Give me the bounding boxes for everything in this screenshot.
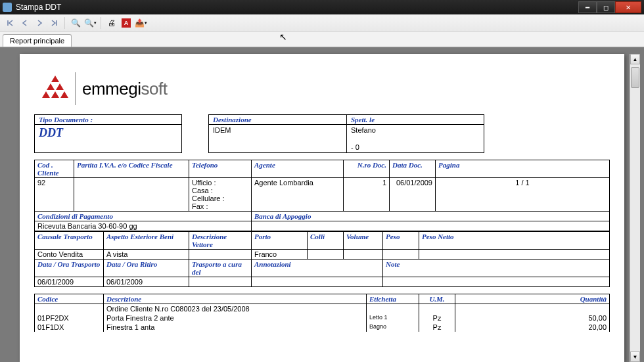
telefono-lines: Ufficio : Casa : Cellulare : Fax : xyxy=(189,178,252,212)
table-row: Ordine Cliente N.ro C080023 del 23/05/20… xyxy=(35,304,610,314)
info-table: Cod . Cliente Partita I.V.A. e/o Codice … xyxy=(34,160,610,231)
nav-last-button[interactable] xyxy=(47,16,60,30)
table-row: 01PF2DX Porta Finestra 2 ante Letto 1 Pz… xyxy=(35,313,610,323)
app-icon xyxy=(3,3,12,12)
items-table: Codice Descrizione Etichetta U.M. Quanti… xyxy=(34,294,610,332)
window-title: Stampa DDT xyxy=(16,3,578,12)
tab-strip: Report principale xyxy=(0,32,644,47)
destinazione-value: IDEM xyxy=(209,125,346,152)
find-button[interactable]: 🔍 xyxy=(69,16,82,30)
tipo-documento-label: Tipo Documento : xyxy=(35,115,181,125)
shipping-table: Causale Trasporto Aspetto Esteriore Beni… xyxy=(34,231,610,287)
print-button[interactable]: 🖨 xyxy=(105,16,118,30)
scroll-down-button[interactable]: ▼ xyxy=(630,351,640,362)
vertical-scrollbar[interactable]: ▲ ▼ xyxy=(630,54,640,362)
nav-next-button[interactable] xyxy=(33,16,46,30)
spett-label: Spett. le xyxy=(347,115,484,125)
titlebar: Stampa DDT ━ ◻ ✕ xyxy=(0,0,644,14)
maximize-button[interactable]: ◻ xyxy=(597,1,615,13)
scroll-up-button[interactable]: ▲ xyxy=(630,54,640,64)
close-button[interactable]: ✕ xyxy=(615,1,641,13)
tipo-documento-value: DDT xyxy=(35,125,181,152)
table-row: 01F1DX Finestra 1 anta Bagno Pz 20,00 xyxy=(35,323,610,332)
report-viewer: emmegisoft Tipo Documento : DDT Destinaz… xyxy=(0,47,644,362)
logo-triangle-icon xyxy=(42,76,68,102)
destinazione-label: Destinazione xyxy=(209,115,346,125)
export-button[interactable]: 📤▾ xyxy=(134,16,147,30)
export-pdf-button[interactable]: A xyxy=(120,16,133,30)
scroll-thumb[interactable] xyxy=(631,67,639,88)
spett-value: Stefano - 0 xyxy=(347,125,484,152)
toolbar: 🔍 🔍▾ 🖨 A 📤▾ xyxy=(0,14,644,32)
nav-first-button[interactable] xyxy=(4,16,17,30)
adobe-icon: A xyxy=(122,18,131,28)
header-blocks: Tipo Documento : DDT Destinazione IDEM S… xyxy=(34,114,610,153)
nav-prev-button[interactable] xyxy=(18,16,32,30)
window-controls: ━ ◻ ✕ xyxy=(578,1,641,13)
tab-main-report[interactable]: Report principale xyxy=(3,34,72,47)
logo-text: emmegisoft xyxy=(82,79,167,99)
find-next-button[interactable]: 🔍▾ xyxy=(83,16,97,30)
logo: emmegisoft xyxy=(34,72,610,105)
report-page: emmegisoft Tipo Documento : DDT Destinaz… xyxy=(20,54,624,362)
minimize-button[interactable]: ━ xyxy=(578,1,597,13)
